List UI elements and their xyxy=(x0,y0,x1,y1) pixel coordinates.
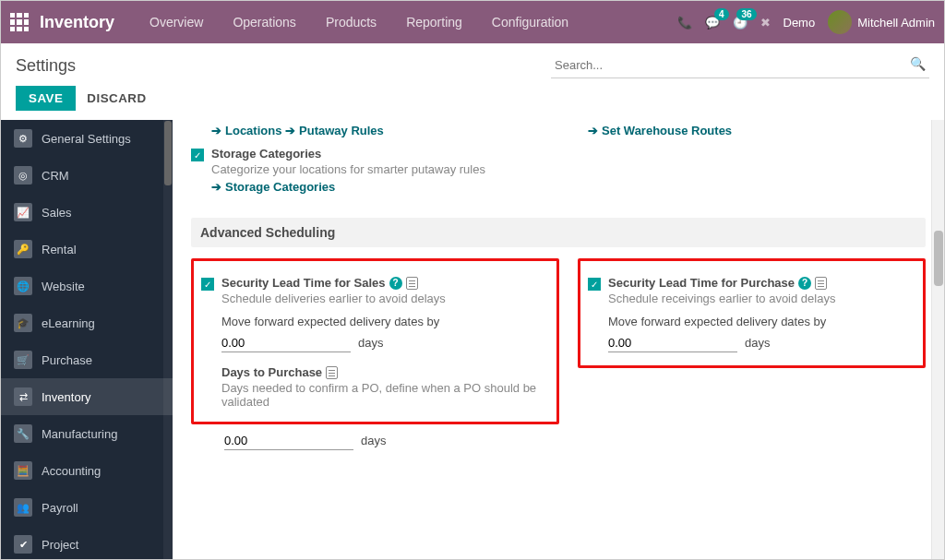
discard-button[interactable]: DISCARD xyxy=(87,91,146,105)
search-icon[interactable]: 🔍 xyxy=(910,56,926,71)
locations-link[interactable]: ➔Locations xyxy=(211,124,281,137)
purchase-lead-col: ✓ Security Lead Time for Purchase ? Sche… xyxy=(578,258,926,424)
purchase-icon: 🛒 xyxy=(14,351,32,369)
activities-count: 36 xyxy=(736,8,756,20)
user-name: Mitchell Admin xyxy=(857,16,935,30)
sales-lead-time-block: ✓ Security Lead Time for Sales ? Schedul… xyxy=(191,258,559,424)
sales-lead-title: Security Lead Time for Sales xyxy=(221,276,386,290)
control-bar: Settings 🔍 xyxy=(1,43,944,86)
sales-lead-unit: days xyxy=(358,336,383,350)
sidebar-item-label: Website xyxy=(42,280,85,293)
elearning-icon: 🎓 xyxy=(14,314,32,332)
help-icon[interactable]: ? xyxy=(798,277,811,290)
storage-title: Storage Categories xyxy=(211,147,926,161)
developer-icon[interactable] xyxy=(406,277,418,290)
sidebar-item-label: Inventory xyxy=(42,390,90,404)
top-icons: 📞 💬4 🕘36 ✖ Demo Mitchell Admin xyxy=(677,10,936,34)
storage-categories-setting: ✓ Storage Categories Categorize your loc… xyxy=(191,141,926,199)
nav-reporting[interactable]: Reporting xyxy=(393,9,475,35)
sales-lead-value-input[interactable] xyxy=(221,334,351,352)
phone-icon[interactable]: 📞 xyxy=(677,16,692,30)
storage-categories-link[interactable]: ➔Storage Categories xyxy=(211,180,335,194)
arrow-icon: ➔ xyxy=(211,180,221,194)
search-wrap: 🔍 xyxy=(551,53,929,78)
rental-icon: 🔑 xyxy=(14,240,32,258)
accounting-icon: 🧮 xyxy=(14,461,32,480)
user-menu[interactable]: Mitchell Admin xyxy=(828,10,935,34)
sidebar-item-website[interactable]: 🌐Website xyxy=(1,268,173,304)
developer-icon[interactable] xyxy=(326,366,338,379)
sales-lead-move-label: Move forward expected delivery dates by xyxy=(221,315,549,328)
help-icon[interactable]: ? xyxy=(389,277,402,290)
content-scrollbar[interactable] xyxy=(931,120,944,560)
sidebar-item-rental[interactable]: 🔑Rental xyxy=(1,231,173,268)
search-input[interactable] xyxy=(551,53,929,78)
purchase-lead-value-input[interactable] xyxy=(608,334,737,352)
storage-checkbox[interactable]: ✓ xyxy=(191,149,204,161)
inventory-icon: ⇄ xyxy=(14,387,32,406)
purchase-lead-title: Security Lead Time for Purchase xyxy=(608,276,795,290)
purchase-lead-checkbox[interactable]: ✓ xyxy=(588,278,601,291)
days-purchase-value-row: days xyxy=(191,432,926,450)
project-icon: ✔ xyxy=(14,535,32,554)
sidebar-item-label: CRM xyxy=(42,169,69,183)
sidebar-item-general-settings[interactable]: ⚙General Settings xyxy=(1,120,173,157)
sales-icon: 📈 xyxy=(14,203,32,221)
general-settings-icon: ⚙ xyxy=(14,129,32,148)
putaway-rules-link[interactable]: ➔Putaway Rules xyxy=(285,124,384,137)
sidebar-item-project[interactable]: ✔Project xyxy=(1,526,173,560)
sidebar-item-inventory[interactable]: ⇄Inventory xyxy=(1,378,173,415)
page-title: Settings xyxy=(16,56,76,76)
payroll-icon: 👥 xyxy=(14,498,32,517)
days-purchase-unit: days xyxy=(361,434,386,447)
nav-operations[interactable]: Operations xyxy=(220,9,308,35)
sidebar-item-label: Accounting xyxy=(42,464,101,478)
top-links-row: ➔Locations ➔Putaway Rules ➔Set Warehouse… xyxy=(191,120,926,141)
sidebar-item-manufacturing[interactable]: 🔧Manufacturing xyxy=(1,415,173,452)
arrow-icon: ➔ xyxy=(211,124,221,137)
sidebar-item-accounting[interactable]: 🧮Accounting xyxy=(1,452,173,489)
main: ⚙General Settings◎CRM📈Sales🔑Rental🌐Websi… xyxy=(1,120,944,560)
storage-desc: Categorize your locations for smarter pu… xyxy=(211,162,926,176)
nav-configuration[interactable]: Configuration xyxy=(479,9,581,35)
top-nav: Inventory Overview Operations Products R… xyxy=(1,1,944,43)
sidebar-item-payroll[interactable]: 👥Payroll xyxy=(1,489,173,526)
purchase-lead-move-label: Move forward expected delivery dates by xyxy=(608,315,915,328)
messages-icon[interactable]: 💬4 xyxy=(705,16,720,30)
messages-count: 4 xyxy=(714,8,729,20)
days-purchase-value-input[interactable] xyxy=(224,432,353,450)
sidebar-scrollbar[interactable] xyxy=(163,120,173,560)
sidebar-item-purchase[interactable]: 🛒Purchase xyxy=(1,341,173,378)
purchase-lead-time-block: ✓ Security Lead Time for Purchase ? Sche… xyxy=(578,258,926,368)
arrow-icon: ➔ xyxy=(588,124,598,137)
set-warehouse-routes-link[interactable]: ➔Set Warehouse Routes xyxy=(588,124,732,137)
nav-products[interactable]: Products xyxy=(313,9,389,35)
sidebar-item-sales[interactable]: 📈Sales xyxy=(1,194,173,231)
nav-overview[interactable]: Overview xyxy=(137,9,216,35)
sidebar-item-label: General Settings xyxy=(42,132,131,146)
website-icon: 🌐 xyxy=(14,277,32,295)
save-button[interactable]: SAVE xyxy=(16,86,76,111)
activities-icon[interactable]: 🕘36 xyxy=(733,16,748,30)
app-brand[interactable]: Inventory xyxy=(40,13,114,32)
demo-label[interactable]: Demo xyxy=(784,16,816,30)
sidebar-item-elearning[interactable]: 🎓eLearning xyxy=(1,304,173,341)
sidebar-item-label: Rental xyxy=(42,243,77,256)
arrow-icon: ➔ xyxy=(285,124,295,137)
purchase-lead-unit: days xyxy=(745,336,770,350)
sidebar-item-label: Project xyxy=(42,538,78,552)
sidebar-item-crm[interactable]: ◎CRM xyxy=(1,157,173,194)
manufacturing-icon: 🔧 xyxy=(14,424,32,443)
apps-icon[interactable] xyxy=(10,13,29,31)
sidebar: ⚙General Settings◎CRM📈Sales🔑Rental🌐Websi… xyxy=(1,120,173,560)
sidebar-item-label: Payroll xyxy=(42,501,78,515)
advanced-scheduling-row: ✓ Security Lead Time for Sales ? Schedul… xyxy=(191,258,926,424)
sales-lead-checkbox[interactable]: ✓ xyxy=(201,278,214,291)
tools-icon[interactable]: ✖ xyxy=(760,16,771,30)
content: ➔Locations ➔Putaway Rules ➔Set Warehouse… xyxy=(173,120,944,560)
avatar xyxy=(828,10,852,34)
days-purchase-title: Days to Purchase xyxy=(221,365,322,379)
action-bar: SAVE DISCARD xyxy=(1,86,944,120)
crm-icon: ◎ xyxy=(14,166,32,185)
developer-icon[interactable] xyxy=(815,277,827,290)
